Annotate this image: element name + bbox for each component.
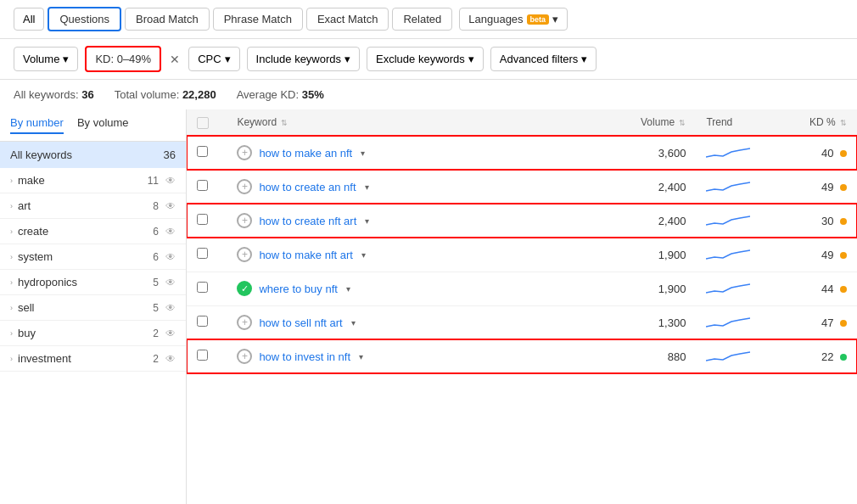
sidebar-item-label: sell xyxy=(18,301,35,314)
plus-icon[interactable]: + xyxy=(237,315,252,330)
row-checkbox[interactable] xyxy=(197,180,208,191)
include-keywords-filter[interactable]: Include keywords ▾ xyxy=(247,47,360,71)
advanced-filters[interactable]: Advanced filters ▾ xyxy=(490,47,597,71)
sidebar-header-count: 36 xyxy=(164,148,176,161)
keyword-dropdown-icon[interactable]: ▾ xyxy=(351,318,356,328)
sidebar: By number By volume All keywords 36 › ma… xyxy=(0,109,187,504)
sidebar-item-count: 5 xyxy=(153,277,159,288)
trend-sparkline xyxy=(706,177,750,194)
volume-filter[interactable]: Volume ▾ xyxy=(14,47,78,71)
languages-dropdown[interactable]: Languages beta ▾ xyxy=(459,8,568,31)
kd-value: 22 xyxy=(821,350,833,363)
row-keyword-cell: + how to create nft art ▾ xyxy=(227,204,596,238)
eye-icon[interactable]: 👁 xyxy=(165,328,176,339)
keyword-link[interactable]: how to invest in nft xyxy=(259,350,350,363)
row-checkbox[interactable] xyxy=(197,282,208,293)
eye-icon[interactable]: 👁 xyxy=(165,175,176,187)
cpc-filter[interactable]: CPC ▾ xyxy=(188,47,239,71)
select-all-checkbox[interactable] xyxy=(197,117,209,129)
keyword-dropdown-icon[interactable]: ▾ xyxy=(365,216,369,226)
kd-filter[interactable]: KD: 0–49% xyxy=(85,46,161,72)
sidebar-all-keywords-header[interactable]: All keywords 36 xyxy=(0,142,186,168)
row-checkbox[interactable] xyxy=(197,350,208,361)
kd-dot xyxy=(840,150,847,157)
sidebar-item[interactable]: › sell 5 👁 xyxy=(0,295,186,321)
sidebar-item-count: 6 xyxy=(153,226,159,238)
kd-dot xyxy=(840,320,847,327)
volume-sort-icon[interactable]: ⇅ xyxy=(679,119,686,127)
eye-icon[interactable]: 👁 xyxy=(165,302,176,314)
kd-value: 30 xyxy=(821,215,833,227)
sidebar-item-count: 2 xyxy=(153,328,159,339)
check-icon[interactable]: ✓ xyxy=(237,281,252,296)
keyword-dropdown-icon[interactable]: ▾ xyxy=(359,352,363,361)
trend-sparkline xyxy=(706,245,750,262)
sidebar-item-meta: 11 👁 xyxy=(148,175,176,187)
keyword-dropdown-icon[interactable]: ▾ xyxy=(361,148,365,158)
sidebar-item-count: 5 xyxy=(153,302,159,314)
sidebar-item[interactable]: › investment 2 👁 xyxy=(0,346,186,372)
sidebar-tab-by-number[interactable]: By number xyxy=(10,116,64,134)
tab-questions[interactable]: Questions xyxy=(48,7,121,31)
chevron-right-icon: › xyxy=(10,278,13,287)
sidebar-item-label: make xyxy=(18,174,45,187)
sidebar-item[interactable]: › art 8 👁 xyxy=(0,193,186,219)
keyword-dropdown-icon[interactable]: ▾ xyxy=(365,182,369,192)
sidebar-item-left: › sell xyxy=(10,301,35,314)
sidebar-item-left: › art xyxy=(10,199,31,212)
plus-icon[interactable]: + xyxy=(237,145,252,160)
sidebar-item[interactable]: › system 6 👁 xyxy=(0,244,186,270)
kd-clear-button[interactable]: ✕ xyxy=(168,53,182,66)
sidebar-tab-by-volume[interactable]: By volume xyxy=(77,116,129,134)
th-trend: Trend xyxy=(696,109,776,136)
th-kd: KD % ⇅ xyxy=(776,109,857,136)
eye-icon[interactable]: 👁 xyxy=(165,226,176,238)
row-checkbox[interactable] xyxy=(197,316,208,327)
eye-icon[interactable]: 👁 xyxy=(165,200,176,212)
keyword-link[interactable]: how to make nft art xyxy=(259,249,353,261)
row-checkbox[interactable] xyxy=(197,214,208,225)
sidebar-item[interactable]: › create 6 👁 xyxy=(0,219,186,244)
tab-exact-match[interactable]: Exact Match xyxy=(306,8,389,31)
keyword-dropdown-icon[interactable]: ▾ xyxy=(361,250,366,260)
row-volume-cell: 1,900 xyxy=(596,238,697,272)
tab-phrase-match[interactable]: Phrase Match xyxy=(213,8,303,31)
keyword-link[interactable]: how to create nft art xyxy=(259,215,356,227)
row-checkbox-cell xyxy=(187,305,227,339)
plus-icon[interactable]: + xyxy=(237,179,252,194)
tab-all[interactable]: All xyxy=(14,8,44,31)
plus-icon[interactable]: + xyxy=(237,349,252,364)
sidebar-item-count: 6 xyxy=(153,251,159,263)
row-checkbox[interactable] xyxy=(197,248,208,259)
row-volume-cell: 1,900 xyxy=(596,272,697,305)
eye-icon[interactable]: 👁 xyxy=(165,277,176,288)
keyword-sort-icon[interactable]: ⇅ xyxy=(281,119,288,127)
keyword-dropdown-icon[interactable]: ▾ xyxy=(346,284,350,294)
row-checkbox-cell xyxy=(187,204,227,238)
kd-sort-icon[interactable]: ⇅ xyxy=(840,119,847,127)
sidebar-item[interactable]: › make 11 👁 xyxy=(0,168,186,193)
keyword-link[interactable]: where to buy nft xyxy=(259,283,338,295)
tab-broad-match[interactable]: Broad Match xyxy=(125,8,210,31)
eye-icon[interactable]: 👁 xyxy=(165,251,176,263)
exclude-keywords-filter[interactable]: Exclude keywords ▾ xyxy=(367,47,484,71)
sidebar-header-label: All keywords xyxy=(10,148,72,161)
trend-sparkline xyxy=(706,211,750,228)
row-keyword-cell: + how to make nft art ▾ xyxy=(227,238,596,272)
plus-icon[interactable]: + xyxy=(237,247,252,262)
eye-icon[interactable]: 👁 xyxy=(165,353,176,365)
chevron-right-icon: › xyxy=(10,227,13,236)
sidebar-item[interactable]: › hydroponics 5 👁 xyxy=(0,270,186,295)
keyword-link[interactable]: how to create an nft xyxy=(259,181,356,193)
row-trend-cell xyxy=(696,136,776,170)
row-checkbox-cell xyxy=(187,170,227,204)
tab-related[interactable]: Related xyxy=(392,8,452,31)
sidebar-item[interactable]: › buy 2 👁 xyxy=(0,321,186,346)
th-keyword: Keyword ⇅ xyxy=(227,109,596,136)
keyword-link[interactable]: how to make an nft xyxy=(259,147,352,160)
row-checkbox[interactable] xyxy=(197,146,208,157)
row-trend-cell xyxy=(696,238,776,272)
kd-label: KD: 0–49% xyxy=(95,53,151,65)
keyword-link[interactable]: how to sell nft art xyxy=(259,316,342,329)
plus-icon[interactable]: + xyxy=(237,213,252,228)
